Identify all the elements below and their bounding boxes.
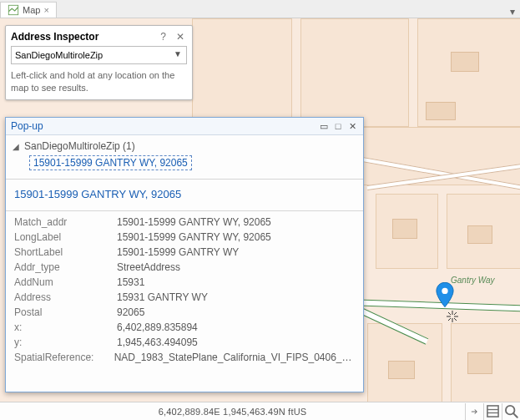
tree-caret-icon[interactable]: ◢ bbox=[13, 142, 21, 151]
popup-window: Pop-up ▭ □ ✕ ◢ SanDiegoMultiroleZip (1) … bbox=[5, 117, 364, 392]
field-label: y: bbox=[14, 337, 110, 348]
svg-rect-10 bbox=[487, 406, 498, 417]
status-goto-button[interactable] bbox=[465, 403, 483, 420]
svg-line-7 bbox=[454, 312, 457, 315]
field-value: 15901-15999 GANTRY WY, 92065 bbox=[117, 216, 271, 228]
field-row: LongLabel15901-15999 GANTRY WY, 92065 bbox=[14, 230, 355, 245]
svg-line-14 bbox=[513, 413, 517, 417]
field-row: Address15931 GANTRY WY bbox=[14, 290, 355, 305]
field-value: 15901-15999 GANTRY WY, 92065 bbox=[117, 231, 271, 243]
popup-result-tree: ◢ SanDiegoMultiroleZip (1) 15901-15999 G… bbox=[6, 135, 363, 175]
field-value: 92065 bbox=[117, 306, 144, 318]
map-tab[interactable]: Map × bbox=[0, 2, 57, 18]
field-label: Postal bbox=[14, 306, 110, 318]
field-value: 1,945,463.494095 bbox=[117, 337, 198, 348]
tab-close-icon[interactable]: × bbox=[43, 5, 48, 15]
tree-item-selected[interactable]: 15901-15999 GANTRY WY, 92065 bbox=[29, 155, 192, 170]
locator-select-value[interactable] bbox=[11, 46, 187, 64]
svg-line-9 bbox=[454, 318, 457, 321]
field-value: NAD_1983_StatePlane_California_VI_FIPS_0… bbox=[114, 352, 355, 363]
field-label: SpatialReference: bbox=[14, 352, 108, 363]
field-row: Postal92065 bbox=[14, 305, 355, 320]
map-icon bbox=[8, 4, 19, 16]
field-row: x:6,402,889.835894 bbox=[14, 320, 355, 335]
popup-fields: Match_addr15901-15999 GANTRY WY, 92065 L… bbox=[6, 215, 363, 392]
field-label: Addr_type bbox=[14, 261, 110, 273]
field-row: ShortLabel15901-15999 GANTRY WY bbox=[14, 245, 355, 260]
status-options-button[interactable] bbox=[483, 403, 502, 420]
field-row: SpatialReference:NAD_1983_StatePlane_Cal… bbox=[14, 350, 355, 365]
field-value: 15931 GANTRY WY bbox=[117, 291, 208, 303]
tree-root-row[interactable]: ◢ SanDiegoMultiroleZip (1) bbox=[13, 140, 356, 152]
status-coordinates: 6,402,889.84E 1,945,463.49N ftUS bbox=[0, 407, 465, 417]
field-label: LongLabel bbox=[14, 231, 110, 243]
tab-menu-button[interactable]: ▾ bbox=[505, 6, 520, 18]
field-row: y:1,945,463.494095 bbox=[14, 335, 355, 350]
field-value: StreetAddress bbox=[117, 261, 180, 273]
divider bbox=[6, 210, 363, 211]
status-bar: 6,402,889.84E 1,945,463.49N ftUS bbox=[0, 402, 520, 420]
field-label: Match_addr bbox=[14, 216, 110, 228]
svg-line-6 bbox=[448, 312, 451, 315]
popup-close-button[interactable]: ✕ bbox=[346, 120, 358, 132]
popup-minimize-button[interactable]: ▭ bbox=[318, 120, 330, 132]
crosshair-icon bbox=[447, 311, 458, 322]
locator-select[interactable]: ▼ bbox=[11, 46, 187, 64]
tree-root-label: SanDiegoMultiroleZip (1) bbox=[24, 140, 135, 152]
address-inspector-title: Address Inspector bbox=[11, 31, 153, 43]
svg-line-8 bbox=[448, 318, 451, 321]
field-row: Addr_typeStreetAddress bbox=[14, 260, 355, 275]
field-value: 15931 bbox=[117, 276, 144, 288]
field-row: AddNum15931 bbox=[14, 275, 355, 290]
field-label: ShortLabel bbox=[14, 246, 110, 258]
field-value: 15901-15999 GANTRY WY bbox=[117, 246, 239, 258]
popup-feature-title: 15901-15999 GANTRY WY, 92065 bbox=[6, 183, 363, 207]
field-label: x: bbox=[14, 321, 110, 333]
street-label-gantry: Gantry Way bbox=[451, 276, 495, 285]
field-row: Match_addr15901-15999 GANTRY WY, 92065 bbox=[14, 215, 355, 230]
divider bbox=[6, 179, 363, 180]
field-value: 6,402,889.835894 bbox=[117, 321, 198, 333]
popup-titlebar[interactable]: Pop-up ▭ □ ✕ bbox=[6, 118, 363, 135]
help-button[interactable]: ? bbox=[158, 31, 169, 43]
field-label: Address bbox=[14, 291, 110, 303]
popup-maximize-button[interactable]: □ bbox=[332, 120, 344, 132]
address-inspector-hint: Left-click and hold at any location on t… bbox=[11, 69, 187, 94]
svg-point-1 bbox=[442, 288, 447, 294]
tab-title: Map bbox=[23, 5, 40, 15]
popup-title: Pop-up bbox=[11, 120, 318, 132]
tab-strip: Map × ▾ bbox=[0, 0, 520, 18]
field-label: AddNum bbox=[14, 276, 110, 288]
close-button[interactable]: ✕ bbox=[174, 31, 187, 43]
status-search-button[interactable] bbox=[502, 403, 520, 420]
map-pin-icon bbox=[436, 282, 454, 307]
address-inspector-panel: Address Inspector ? ✕ ▼ Left-click and h… bbox=[5, 25, 193, 100]
